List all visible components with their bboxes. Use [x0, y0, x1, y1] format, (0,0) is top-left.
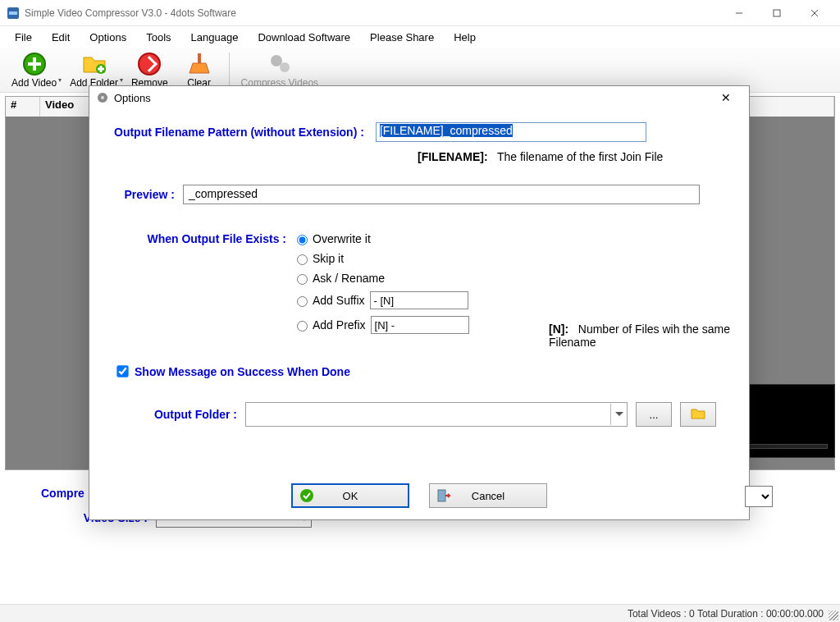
radio-add-suffix[interactable]: Add Suffix	[293, 291, 474, 309]
exit-door-icon	[436, 488, 451, 503]
dialog-close-button[interactable]: ✕	[710, 91, 742, 104]
minimize-button[interactable]	[720, 0, 758, 26]
svg-rect-11	[98, 68, 104, 71]
radio-add-prefix[interactable]: Add Prefix	[293, 316, 474, 334]
remove-button[interactable]: Remove	[125, 49, 175, 90]
browse-folder-button[interactable]: ...	[636, 402, 672, 427]
dialog-icon	[96, 91, 109, 104]
resize-grip[interactable]	[829, 611, 838, 620]
svg-point-20	[300, 489, 313, 502]
show-success-message-label: Show Message on Success When Done	[135, 365, 350, 378]
compression-select-cut[interactable]	[745, 486, 773, 507]
check-green-icon	[299, 488, 314, 503]
radio-skip[interactable]: Skip it	[293, 252, 474, 265]
add-folder-button[interactable]: Add Folder ▾	[63, 49, 125, 90]
app-icon	[7, 7, 20, 20]
output-folder-label: Output Folder :	[114, 408, 237, 421]
dialog-title: Options	[114, 92, 710, 104]
svg-rect-3	[774, 10, 780, 16]
open-folder-button[interactable]	[680, 402, 716, 427]
close-window-button[interactable]	[796, 0, 833, 26]
gears-icon	[267, 51, 293, 77]
menubar: File Edit Options Tools Language Downloa…	[0, 26, 840, 48]
radio-overwrite[interactable]: Overwrite it	[293, 232, 474, 245]
cancel-label: Cancel	[472, 490, 504, 502]
compress-videos-button[interactable]: Compress Videos	[235, 49, 326, 90]
radio-ask-rename[interactable]: Ask / Rename	[293, 272, 474, 285]
menu-download-software[interactable]: Download Software	[248, 28, 360, 47]
filename-pattern-input[interactable]: [FILENAME]_compressed	[376, 122, 646, 142]
cancel-button[interactable]: Cancel	[429, 483, 547, 508]
svg-rect-15	[198, 53, 201, 63]
chevron-down-icon: ▾	[58, 76, 62, 84]
folder-plus-icon	[81, 51, 107, 77]
prefix-input[interactable]	[371, 316, 469, 334]
clear-button[interactable]: Clear	[175, 49, 224, 90]
menu-edit[interactable]: Edit	[42, 28, 80, 47]
filename-token-desc: The filename of the first Join File	[497, 150, 663, 163]
svg-rect-21	[438, 490, 445, 501]
menu-file[interactable]: File	[5, 28, 42, 47]
window-title: Simple Video Compressor V3.0 - 4dots Sof…	[25, 7, 720, 19]
maximize-button[interactable]	[758, 0, 796, 26]
output-folder-combo[interactable]	[245, 402, 628, 427]
svg-rect-1	[9, 11, 17, 15]
toolbar-label: Add Video	[11, 77, 57, 89]
menu-tools[interactable]: Tools	[136, 28, 180, 47]
n-token-desc: Number of Files wih the same Filename	[549, 322, 730, 349]
svg-point-19	[101, 96, 104, 99]
chevron-down-icon	[610, 404, 627, 425]
svg-rect-8	[28, 62, 41, 66]
ok-label: OK	[343, 490, 358, 502]
toolbar-divider	[229, 53, 230, 87]
n-token-label: [N]:	[549, 322, 568, 336]
ok-button[interactable]: OK	[291, 483, 409, 508]
pattern-selection: [FILENAME]_compressed	[380, 124, 513, 137]
pattern-label: Output Filename Pattern (without Extensi…	[114, 126, 364, 139]
dialog-titlebar: Options ✕	[89, 86, 749, 109]
menu-options[interactable]: Options	[80, 28, 136, 47]
add-video-button[interactable]: Add Video ▾	[5, 49, 63, 90]
options-dialog: Options ✕ Output Filename Pattern (witho…	[89, 85, 750, 520]
broom-icon	[186, 51, 212, 77]
compression-label-truncated: Compre	[41, 487, 84, 500]
menu-language[interactable]: Language	[181, 28, 249, 47]
svg-point-17	[280, 62, 290, 72]
plus-green-icon	[21, 51, 48, 77]
menu-please-share[interactable]: Please Share	[360, 28, 444, 47]
chevron-down-icon: ▾	[120, 76, 123, 84]
suffix-input[interactable]	[370, 291, 468, 309]
status-text: Total Videos : 0 Total Duration : 00:00:…	[628, 608, 824, 620]
preview-label: Preview :	[114, 188, 175, 201]
preview-output: _compressed	[183, 185, 700, 204]
menu-help[interactable]: Help	[444, 28, 486, 47]
folder-open-icon	[691, 408, 705, 422]
show-success-message-checkbox[interactable]	[116, 365, 128, 377]
remove-red-icon	[136, 51, 162, 77]
when-exists-label: When Output File Exists :	[114, 232, 286, 341]
col-number[interactable]: #	[6, 97, 40, 117]
titlebar: Simple Video Compressor V3.0 - 4dots Sof…	[0, 0, 840, 26]
status-bar: Total Videos : 0 Total Duration : 00:00:…	[0, 604, 840, 622]
filename-token-label: [FILENAME]:	[418, 150, 488, 163]
